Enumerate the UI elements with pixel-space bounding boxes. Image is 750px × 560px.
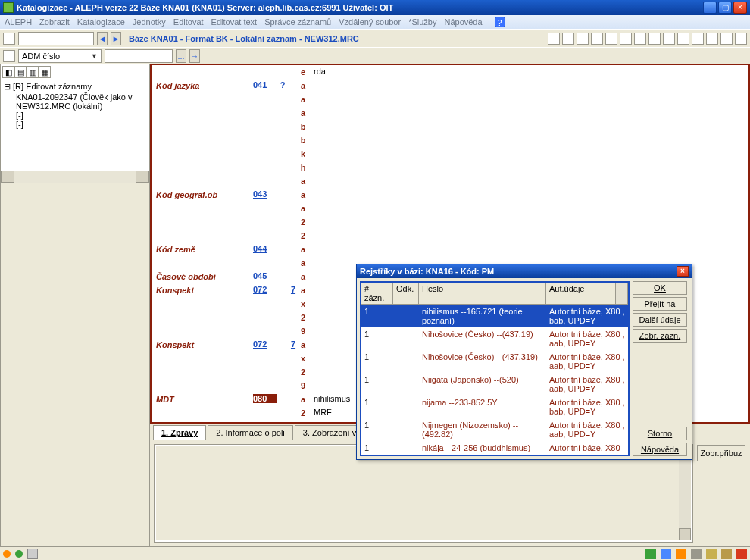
- scroll-track[interactable]: [14, 171, 136, 183]
- scroll-right-icon[interactable]: [136, 171, 149, 183]
- subfield-code[interactable]: h: [298, 162, 308, 173]
- col-aut[interactable]: Aut.údaje: [546, 283, 616, 304]
- marc-row[interactable]: a: [152, 106, 748, 120]
- marc-row[interactable]: Kód geograf.ob043a: [152, 188, 748, 202]
- tree-collapse-icon[interactable]: ⊟: [4, 82, 11, 91]
- subfield-code[interactable]: 2: [298, 230, 308, 241]
- left-tab-2[interactable]: ▤: [14, 66, 27, 78]
- subfield-code[interactable]: a: [298, 94, 308, 105]
- marc-tag[interactable]: 041: [253, 80, 277, 89]
- toolbar-icon-5[interactable]: [605, 33, 617, 45]
- menu-vzdaleny[interactable]: Vzdálený soubor: [339, 17, 401, 27]
- subfield-code[interactable]: k: [298, 149, 308, 159]
- marc-row[interactable]: 2: [152, 229, 748, 242]
- menu-spravce[interactable]: Správce záznamů: [264, 17, 331, 27]
- goto-button[interactable]: Přejít na: [633, 297, 687, 311]
- subfield-code[interactable]: 2: [298, 312, 308, 323]
- subfield-code[interactable]: b: [298, 135, 308, 145]
- marc-row[interactable]: b: [152, 120, 748, 133]
- index-row[interactable]: 1Nihošovice (Česko) --(437.319)Autoritní…: [361, 350, 628, 373]
- left-tab-1[interactable]: ◧: [2, 66, 14, 78]
- menu-editovat-text[interactable]: Editovat text: [211, 17, 258, 27]
- adm-go-button[interactable]: →: [189, 49, 200, 63]
- menu-katalogizace[interactable]: Katalogizace: [77, 17, 125, 27]
- subfield-code[interactable]: a: [298, 108, 308, 118]
- status-icon-f[interactable]: [721, 549, 732, 559]
- subfield-code[interactable]: a: [298, 189, 308, 200]
- tree-hscroll[interactable]: [1, 171, 149, 183]
- subfield-value[interactable]: rda: [308, 67, 326, 76]
- tree-root[interactable]: ⊟ [R] Editovat záznamy: [4, 81, 146, 92]
- minimize-button[interactable]: _: [703, 2, 717, 14]
- marc-tag[interactable]: 045: [253, 271, 277, 280]
- menu-napoveda[interactable]: Nápověda: [444, 17, 482, 27]
- cancel-button[interactable]: Storno: [633, 427, 687, 440]
- index-row[interactable]: 1Niigata (Japonsko) --(520)Autoritní báz…: [361, 373, 628, 396]
- subfield-code[interactable]: a: [298, 421, 308, 424]
- toolbar-icon-2[interactable]: [562, 33, 574, 45]
- subfield-code[interactable]: b: [298, 121, 308, 132]
- subfield-code[interactable]: a: [298, 258, 308, 268]
- marc-tag[interactable]: 072: [253, 285, 277, 294]
- detail-button[interactable]: Další údaje: [633, 313, 687, 327]
- col-zazn[interactable]: # zázn.: [361, 283, 393, 304]
- subfield-code[interactable]: a: [298, 394, 308, 405]
- toolbar-icon-3[interactable]: [577, 33, 589, 45]
- scroll-left-icon[interactable]: [1, 171, 14, 183]
- index-row[interactable]: 1nijama --233-852.5YAutoritní báze, X80 …: [361, 396, 628, 418]
- dialog-close-button[interactable]: ×: [677, 266, 689, 277]
- toolbar-icon-7[interactable]: [634, 33, 646, 45]
- show-related-button[interactable]: Zobr.přibuz: [697, 445, 745, 461]
- status-icon-a[interactable]: [645, 549, 656, 559]
- subfield-code[interactable]: x: [298, 353, 308, 364]
- toolbar-icon-12[interactable]: [706, 33, 718, 45]
- subfield-code[interactable]: a: [298, 285, 308, 296]
- subfield-code[interactable]: 9: [298, 380, 308, 391]
- marc-row[interactable]: a: [152, 92, 748, 106]
- toolbar-icon-11[interactable]: [692, 33, 704, 45]
- subfield-code[interactable]: 2: [298, 367, 308, 377]
- ok-button[interactable]: OK: [633, 281, 687, 295]
- marc-row[interactable]: Kód jazyka041?a: [152, 79, 748, 92]
- left-tab-4[interactable]: ▦: [39, 66, 51, 78]
- index-row[interactable]: 1nikája --24-256 (buddhismus)Autoritní b…: [361, 441, 628, 455]
- toolbar-icon-13[interactable]: [720, 33, 733, 45]
- marc-row[interactable]: Kód země044a: [152, 242, 748, 256]
- subfield-code[interactable]: a: [298, 176, 308, 186]
- marc-row[interactable]: k: [152, 147, 748, 161]
- tab-zpravy[interactable]: 1. Zprávy: [153, 425, 206, 440]
- maximize-button[interactable]: ▢: [718, 2, 732, 14]
- marc-row[interactable]: h: [152, 161, 748, 174]
- col-odk[interactable]: Odk.: [393, 283, 419, 304]
- marc-tag[interactable]: 072: [253, 339, 277, 349]
- status-icon-g[interactable]: [736, 549, 747, 559]
- menu-jednotky[interactable]: Jednotky: [133, 17, 166, 27]
- toolbar-icon-6[interactable]: [620, 33, 632, 45]
- status-icon-e[interactable]: [706, 549, 717, 559]
- subfield-code[interactable]: a: [298, 339, 308, 350]
- subfield-code[interactable]: a: [298, 244, 308, 255]
- subfield-code[interactable]: a: [298, 80, 308, 91]
- marc-tag[interactable]: 044: [253, 244, 277, 253]
- tree-item-2[interactable]: [-]: [4, 111, 146, 120]
- menu-sluzby[interactable]: *Služby: [408, 17, 436, 27]
- show-record-button[interactable]: Zobr. zázn.: [633, 329, 687, 343]
- msg-vscroll[interactable]: [679, 446, 691, 540]
- adm-browse-button[interactable]: ...: [176, 49, 186, 63]
- close-button[interactable]: ×: [733, 2, 747, 14]
- subfield-code[interactable]: x: [298, 299, 308, 309]
- marc-ind1[interactable]: ?: [277, 80, 288, 89]
- toolbar-icon-14[interactable]: [735, 33, 747, 45]
- help-icon[interactable]: ?: [495, 17, 505, 27]
- marc-row[interactable]: 2: [152, 215, 748, 229]
- marc-row[interactable]: a: [152, 174, 748, 188]
- nav-go-right[interactable]: ►: [111, 32, 121, 45]
- col-heslo[interactable]: Heslo: [419, 283, 546, 304]
- index-row[interactable]: 1Nihošovice (Česko) --(437.19)Autoritní …: [361, 327, 628, 350]
- index-row[interactable]: 1Nijmegen (Nizozemsko) --(492.82)Autorit…: [361, 418, 628, 441]
- marc-ind2[interactable]: 7: [288, 285, 298, 294]
- toolbar-icon-8[interactable]: [648, 33, 661, 45]
- toolbar-icon-10[interactable]: [677, 33, 689, 45]
- subfield-code[interactable]: e: [298, 67, 308, 77]
- tree-item-3[interactable]: [-]: [4, 120, 146, 129]
